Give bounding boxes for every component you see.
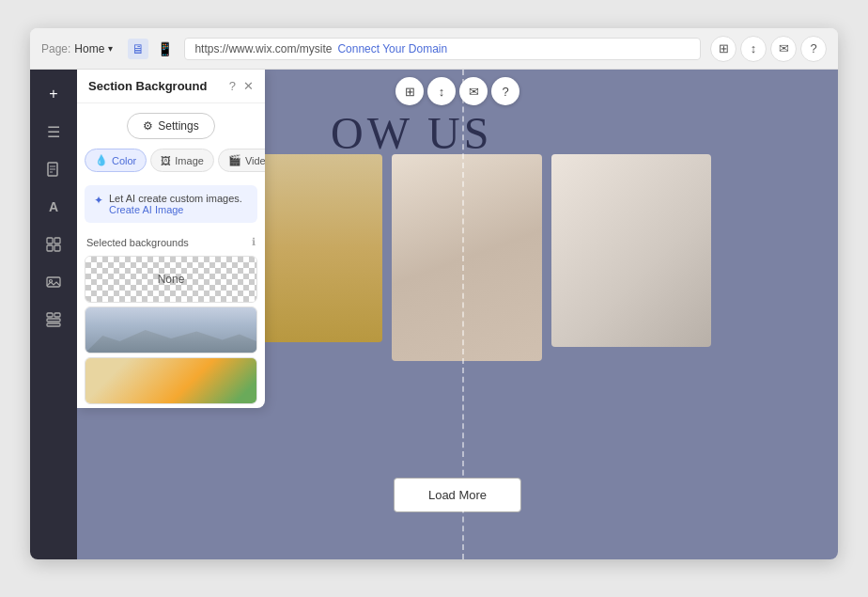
color-icon: 💧 — [95, 154, 108, 166]
editor-area: + ☰ A ⊞ ↕ ✉ ? — [30, 70, 838, 559]
photo-item-3 — [551, 154, 711, 347]
sidebar-item-menus[interactable]: ☰ — [37, 115, 70, 149]
bg-mountains-preview — [85, 307, 256, 353]
bg-fruits-preview — [85, 358, 256, 403]
sidebar-item-media[interactable] — [37, 265, 70, 299]
canvas-area: ⊞ ↕ ✉ ? Section Background ? ✕ ⚙ Se — [77, 70, 838, 559]
chevron-down-icon: ▾ — [108, 43, 113, 54]
settings-gear-icon: ⚙ — [143, 119, 153, 133]
url-bar: https://www.wix.com/mysite Connect Your … — [184, 38, 701, 60]
ai-create-link[interactable]: Create AI Image — [109, 204, 184, 215]
canvas-text-area: OW US — [274, 107, 838, 159]
mobile-icon[interactable]: 📱 — [154, 39, 175, 59]
svg-rect-6 — [47, 245, 53, 251]
tab-video-label: Video — [245, 155, 265, 166]
svg-rect-13 — [47, 323, 60, 326]
arrows-icon-btn[interactable]: ↕ — [740, 36, 767, 62]
svg-rect-11 — [54, 313, 60, 317]
ai-banner-text: Let AI create custom images. Create AI I… — [109, 193, 248, 215]
floating-toolbar: ⊞ ↕ ✉ ? — [395, 77, 519, 105]
svg-rect-5 — [54, 238, 60, 244]
bg-option-mountains[interactable] — [85, 306, 257, 353]
tab-image[interactable]: 🖼 Image — [150, 149, 214, 172]
photo-grid — [260, 154, 829, 361]
tab-image-label: Image — [175, 155, 204, 166]
svg-rect-7 — [54, 245, 60, 251]
info-icon[interactable]: ℹ — [252, 236, 256, 248]
browser-toolbar: Page: Home ▾ 🖥 📱 https://www.wix.com/mys… — [30, 28, 838, 70]
settings-container: ⚙ Settings — [77, 103, 265, 149]
panel-header-icons: ? ✕ — [229, 79, 254, 93]
sidebar-item-cms[interactable] — [37, 303, 70, 337]
page-label: Page: — [41, 42, 70, 55]
bg-none-preview: None — [85, 257, 256, 302]
connect-domain-link[interactable]: Connect Your Domain — [337, 42, 447, 55]
svg-rect-12 — [47, 319, 60, 322]
float-help-btn[interactable]: ? — [491, 77, 519, 105]
browser-window: Page: Home ▾ 🖥 📱 https://www.wix.com/mys… — [30, 28, 838, 559]
selected-bg-header: Selected backgrounds ℹ — [77, 228, 265, 252]
device-icons: 🖥 📱 — [128, 39, 175, 59]
email-icon-btn[interactable]: ✉ — [770, 36, 797, 62]
tab-row: 💧 Color 🖼 Image 🎬 Video — [77, 149, 265, 180]
settings-button[interactable]: ⚙ Settings — [127, 113, 214, 139]
float-arrows-btn[interactable]: ↕ — [427, 77, 456, 105]
panel-close-icon[interactable]: ✕ — [243, 79, 254, 93]
image-icon: 🖼 — [161, 155, 171, 166]
settings-label: Settings — [158, 119, 198, 133]
svg-rect-4 — [47, 238, 53, 244]
page-selector: Page: Home ▾ — [41, 42, 113, 55]
photo-item-2 — [392, 154, 542, 361]
selected-bg-label: Selected backgrounds — [86, 237, 189, 248]
section-bg-panel: Section Background ? ✕ ⚙ Settings 💧 — [77, 70, 265, 408]
load-more-button[interactable]: Load More — [394, 478, 521, 512]
url-text: https://www.wix.com/mysite — [194, 42, 332, 55]
bg-none-label: None — [158, 273, 185, 286]
desktop-icon[interactable]: 🖥 — [128, 39, 148, 59]
sidebar-item-design[interactable]: A — [37, 190, 70, 224]
sidebar-item-apps[interactable] — [37, 228, 70, 261]
svg-rect-10 — [47, 313, 53, 317]
ai-sparkle-icon: ✦ — [94, 194, 103, 207]
bg-option-fruits[interactable] — [85, 357, 257, 404]
panel-title: Section Background — [88, 79, 207, 93]
panel-header: Section Background ? ✕ — [77, 70, 265, 103]
page-name: Home — [74, 42, 104, 55]
help-icon-btn[interactable]: ? — [800, 36, 827, 62]
panel-help-icon[interactable]: ? — [229, 79, 236, 93]
ai-banner: ✦ Let AI create custom images. Create AI… — [85, 185, 257, 223]
photo-item-1 — [260, 154, 382, 342]
tab-color-label: Color — [112, 155, 136, 166]
float-grid-btn[interactable]: ⊞ — [395, 77, 424, 105]
tab-video[interactable]: 🎬 Video — [218, 149, 265, 172]
main-heading: OW US — [274, 107, 838, 159]
grid-icon-btn[interactable]: ⊞ — [710, 36, 736, 62]
sidebar-item-add[interactable]: + — [37, 77, 70, 111]
video-icon: 🎬 — [228, 154, 241, 166]
left-sidebar: + ☰ A — [30, 70, 77, 559]
toolbar-icons: ⊞ ↕ ✉ ? — [710, 36, 827, 62]
page-dropdown[interactable]: Home ▾ — [74, 42, 113, 55]
bg-option-none[interactable]: None — [85, 256, 257, 303]
tab-color[interactable]: 💧 Color — [85, 149, 147, 172]
float-email-btn[interactable]: ✉ — [459, 77, 488, 105]
center-guideline — [462, 70, 464, 559]
sidebar-item-pages[interactable] — [37, 152, 70, 186]
